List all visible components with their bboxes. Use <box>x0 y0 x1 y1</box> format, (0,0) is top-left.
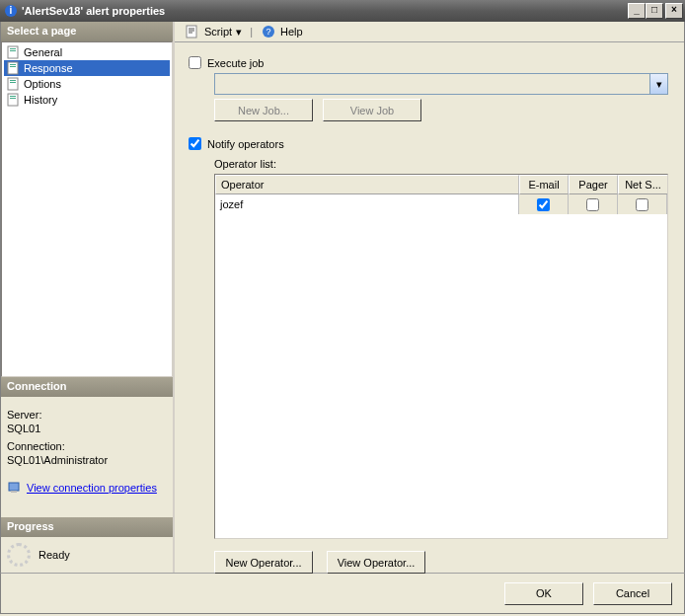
titlebar: i 'AlertSev18' alert properties _ □ × <box>0 0 685 22</box>
progress-spinner-icon <box>7 543 31 567</box>
window-controls: _ □ × <box>628 3 683 19</box>
connection-label: Connection: <box>7 440 167 452</box>
toolbar: Script ▾ | ? Help <box>175 22 684 42</box>
connection-panel: Server: SQL01 Connection: SQL01\Administ… <box>1 397 173 517</box>
help-button[interactable]: ? Help <box>257 22 307 41</box>
svg-rect-6 <box>10 64 16 65</box>
connection-value: SQL01\Administrator <box>7 454 167 466</box>
col-pager[interactable]: Pager <box>569 175 618 194</box>
svg-rect-15 <box>11 491 17 493</box>
execute-job-checkbox[interactable] <box>189 56 201 69</box>
script-button[interactable]: Script ▾ <box>181 22 246 41</box>
progress-status: Ready <box>38 549 70 561</box>
page-icon <box>6 60 22 76</box>
table-row[interactable]: jozef <box>215 194 667 214</box>
page-item-response[interactable]: Response <box>4 60 170 76</box>
sidebar: Select a page General Response Options <box>1 22 175 573</box>
svg-rect-5 <box>8 62 18 74</box>
ok-button[interactable]: OK <box>504 582 583 605</box>
db-icon <box>7 480 23 496</box>
page-icon <box>6 92 22 108</box>
table-body: jozef <box>215 194 667 538</box>
progress-panel: Ready <box>1 537 173 573</box>
maximize-button[interactable]: □ <box>646 3 663 19</box>
app-icon: i <box>4 4 18 18</box>
svg-rect-9 <box>10 80 16 81</box>
svg-rect-16 <box>187 26 196 38</box>
new-job-button: New Job... <box>214 99 313 121</box>
netsend-checkbox[interactable] <box>636 198 648 211</box>
progress-header: Progress <box>1 517 173 537</box>
svg-rect-7 <box>10 66 16 67</box>
svg-rect-8 <box>8 78 18 90</box>
col-email[interactable]: E-mail <box>519 175 569 194</box>
notify-operators-label: Notify operators <box>207 138 284 150</box>
server-label: Server: <box>7 409 167 421</box>
main-panel: Script ▾ | ? Help Execute job ▾ New Job.… <box>175 22 684 573</box>
pager-checkbox[interactable] <box>586 198 599 211</box>
svg-text:?: ? <box>266 27 270 37</box>
svg-rect-10 <box>10 82 16 83</box>
job-dropdown[interactable]: ▾ <box>214 73 668 95</box>
col-net[interactable]: Net S... <box>618 175 667 194</box>
svg-rect-12 <box>10 96 16 97</box>
page-icon <box>6 44 22 60</box>
col-operator[interactable]: Operator <box>215 175 519 194</box>
svg-rect-4 <box>10 50 16 51</box>
toolbar-separator: | <box>250 26 253 38</box>
svg-rect-2 <box>8 46 18 58</box>
page-icon <box>6 76 22 92</box>
page-label: Options <box>24 78 61 90</box>
page-list: General Response Options History <box>1 41 173 377</box>
page-label: History <box>24 94 57 106</box>
script-label: Script <box>204 26 232 38</box>
help-label: Help <box>280 26 303 38</box>
connection-header: Connection <box>1 377 173 397</box>
svg-rect-14 <box>9 483 19 491</box>
view-job-button: View Job <box>323 99 421 121</box>
page-label: Response <box>24 62 73 74</box>
close-button[interactable]: × <box>665 3 683 19</box>
operator-list-label: Operator list: <box>214 158 670 170</box>
new-operator-button[interactable]: New Operator... <box>214 551 313 574</box>
page-label: General <box>24 46 62 58</box>
script-icon <box>185 24 200 39</box>
table-header: Operator E-mail Pager Net S... <box>215 175 667 194</box>
operator-name: jozef <box>215 194 519 214</box>
view-operator-button[interactable]: View Operator... <box>327 551 425 574</box>
server-value: SQL01 <box>7 423 167 434</box>
minimize-button[interactable]: _ <box>628 3 646 19</box>
page-item-general[interactable]: General <box>4 44 170 60</box>
content-area: Execute job ▾ New Job... View Job Notify… <box>175 42 684 583</box>
select-page-header: Select a page <box>1 22 173 41</box>
view-connection-link[interactable]: View connection properties <box>27 482 157 494</box>
notify-operators-checkbox[interactable] <box>189 137 201 150</box>
operator-table: Operator E-mail Pager Net S... jozef <box>214 174 668 539</box>
svg-text:i: i <box>10 5 13 16</box>
execute-job-label: Execute job <box>207 57 264 69</box>
svg-rect-3 <box>10 48 16 49</box>
svg-rect-13 <box>10 98 16 99</box>
chevron-down-icon: ▾ <box>649 74 667 94</box>
email-checkbox[interactable] <box>537 198 550 211</box>
page-item-history[interactable]: History <box>4 92 170 108</box>
svg-rect-11 <box>8 94 18 106</box>
page-item-options[interactable]: Options <box>4 76 170 92</box>
dropdown-arrow-icon: ▾ <box>236 26 242 38</box>
help-icon: ? <box>261 24 276 39</box>
cancel-button[interactable]: Cancel <box>593 582 672 605</box>
window-title: 'AlertSev18' alert properties <box>22 5 628 17</box>
